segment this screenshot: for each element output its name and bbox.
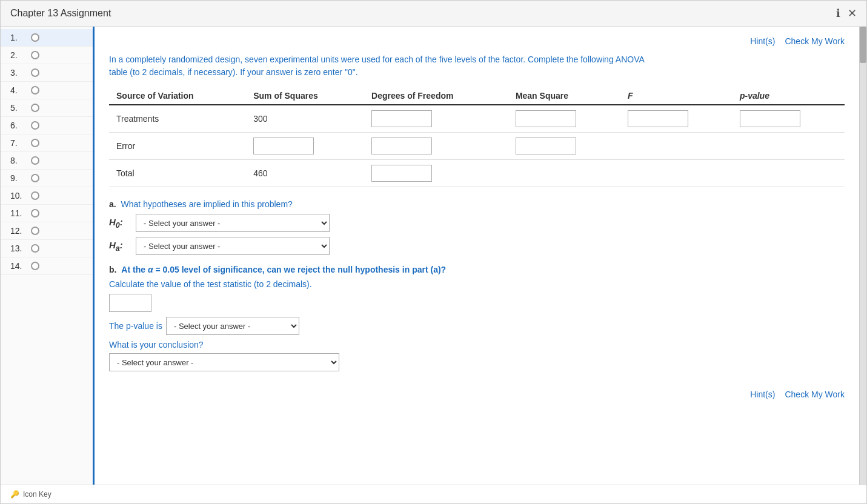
- main-window: Chapter 13 Assignment ℹ ✕ 1. 2. 3. 4.: [0, 0, 867, 504]
- sidebar-radio-4: [31, 86, 39, 94]
- hints-button-bottom[interactable]: Hint(s): [750, 390, 775, 399]
- col-header-ms: Mean Square: [508, 87, 620, 105]
- dof-total-input[interactable]: [371, 165, 432, 182]
- dof-error-cell: [364, 133, 508, 160]
- sidebar-item-1[interactable]: 1.: [1, 29, 93, 47]
- f-treatments-input[interactable]: [628, 110, 688, 127]
- sidebar-num-5: 5.: [10, 103, 25, 113]
- sidebar-item-13[interactable]: 13.: [1, 240, 93, 257]
- ms-treatments-input[interactable]: [516, 110, 576, 127]
- source-treatments: Treatments: [109, 105, 246, 133]
- pvalue-label: The p-value is: [109, 321, 162, 331]
- conclusion-label: What is your conclusion?: [109, 340, 845, 350]
- check-my-work-button-bottom[interactable]: Check My Work: [785, 390, 845, 399]
- hints-button-top[interactable]: Hint(s): [750, 36, 775, 46]
- title-bar: Chapter 13 Assignment ℹ ✕: [1, 1, 866, 27]
- p-error-cell: [732, 133, 845, 160]
- main-layout: 1. 2. 3. 4. 5. 6.: [1, 27, 866, 485]
- content-area: Hint(s) Check My Work In a completely ra…: [95, 27, 859, 485]
- ss-treatments-value: 300: [246, 105, 364, 133]
- dof-treatments-input[interactable]: [371, 110, 432, 127]
- col-header-pval: p-value: [732, 87, 845, 105]
- window-title: Chapter 13 Assignment: [10, 8, 111, 19]
- info-button[interactable]: ℹ: [836, 7, 840, 20]
- sidebar-item-10[interactable]: 10.: [1, 187, 93, 205]
- ms-total-cell: [508, 160, 620, 187]
- sidebar-radio-10: [31, 191, 39, 200]
- dof-total-cell: [364, 160, 508, 187]
- sidebar-num-8: 8.: [10, 156, 25, 165]
- p-total-cell: [732, 160, 845, 187]
- calc-label: Calculate the value of the test statisti…: [109, 279, 312, 289]
- sidebar-item-14[interactable]: 14.: [1, 257, 93, 275]
- sidebar-radio-12: [31, 227, 39, 235]
- check-my-work-button-top[interactable]: Check My Work: [785, 36, 845, 46]
- right-scrollbar[interactable]: [859, 27, 866, 485]
- sidebar-item-4[interactable]: 4.: [1, 82, 93, 99]
- bottom-actions: Hint(s) Check My Work: [109, 390, 845, 409]
- sidebar-num-4: 4.: [10, 85, 25, 95]
- sidebar-item-11[interactable]: 11.: [1, 205, 93, 222]
- ss-error-cell: [246, 133, 364, 160]
- dof-error-input[interactable]: [371, 138, 432, 154]
- ms-error-input[interactable]: [516, 138, 576, 154]
- ms-error-cell: [508, 133, 620, 160]
- p-treatments-input[interactable]: [740, 110, 800, 127]
- sidebar-radio-3: [31, 68, 39, 77]
- sidebar-num-6: 6.: [10, 121, 25, 130]
- part-a-question: What hypotheses are implied in this prob…: [121, 199, 293, 209]
- sidebar-item-5[interactable]: 5.: [1, 99, 93, 117]
- h0-select[interactable]: - Select your answer -: [136, 214, 330, 232]
- table-row-treatments: Treatments 300: [109, 105, 845, 133]
- sidebar: 1. 2. 3. 4. 5. 6.: [1, 27, 95, 485]
- scrollbar-thumb[interactable]: [860, 27, 866, 63]
- f-error-cell: [620, 133, 732, 160]
- part-b-question: At the α = 0.05 level of significance, c…: [121, 265, 446, 274]
- source-total: Total: [109, 160, 246, 187]
- sidebar-num-11: 11.: [10, 208, 25, 218]
- sidebar-radio-6: [31, 121, 39, 130]
- pvalue-select[interactable]: - Select your answer -: [166, 317, 299, 335]
- sidebar-num-3: 3.: [10, 68, 25, 78]
- conclusion-row: What is your conclusion? - Select your a…: [109, 340, 845, 371]
- ms-treatments-cell: [508, 105, 620, 133]
- p-treatments-cell: [732, 105, 845, 133]
- sidebar-radio-14: [31, 262, 39, 270]
- sidebar-num-9: 9.: [10, 173, 25, 183]
- test-statistic-input[interactable]: [109, 294, 151, 312]
- sidebar-num-12: 12.: [10, 226, 25, 236]
- sidebar-num-7: 7.: [10, 138, 25, 148]
- ha-select[interactable]: - Select your answer -: [136, 237, 330, 255]
- h0-label: H0:: [109, 217, 131, 230]
- top-actions: Hint(s) Check My Work: [109, 36, 845, 46]
- sidebar-item-12[interactable]: 12.: [1, 222, 93, 240]
- question-line2: table (to 2 decimals, if necessary). If …: [109, 67, 358, 77]
- sidebar-radio-7: [31, 139, 39, 147]
- sidebar-item-9[interactable]: 9.: [1, 170, 93, 187]
- sidebar-radio-5: [31, 104, 39, 112]
- ss-total-value: 460: [246, 160, 364, 187]
- sidebar-item-6[interactable]: 6.: [1, 117, 93, 134]
- calc-input-row: [109, 294, 845, 312]
- part-b-header: b. At the α = 0.05 level of significance…: [109, 265, 845, 274]
- col-header-f: F: [620, 87, 732, 105]
- sidebar-item-3[interactable]: 3.: [1, 64, 93, 82]
- ha-row: Ha: - Select your answer -: [109, 237, 845, 255]
- close-button[interactable]: ✕: [848, 7, 857, 20]
- sidebar-radio-13: [31, 244, 39, 253]
- sidebar-item-7[interactable]: 7.: [1, 134, 93, 152]
- source-error: Error: [109, 133, 246, 160]
- calc-label-row: Calculate the value of the test statisti…: [109, 279, 845, 289]
- sidebar-radio-11: [31, 209, 39, 217]
- sidebar-radio-9: [31, 174, 39, 182]
- part-a-label: a. What hypotheses are implied in this p…: [109, 199, 845, 209]
- sidebar-num-10: 10.: [10, 191, 25, 201]
- ss-error-input[interactable]: [253, 138, 314, 154]
- sidebar-num-1: 1.: [10, 33, 25, 42]
- sidebar-item-8[interactable]: 8.: [1, 152, 93, 170]
- col-header-source: Source of Variation: [109, 87, 246, 105]
- key-icon: 🔑: [10, 490, 19, 499]
- conclusion-select[interactable]: - Select your answer -: [109, 353, 339, 371]
- sidebar-radio-2: [31, 51, 39, 59]
- sidebar-item-2[interactable]: 2.: [1, 47, 93, 64]
